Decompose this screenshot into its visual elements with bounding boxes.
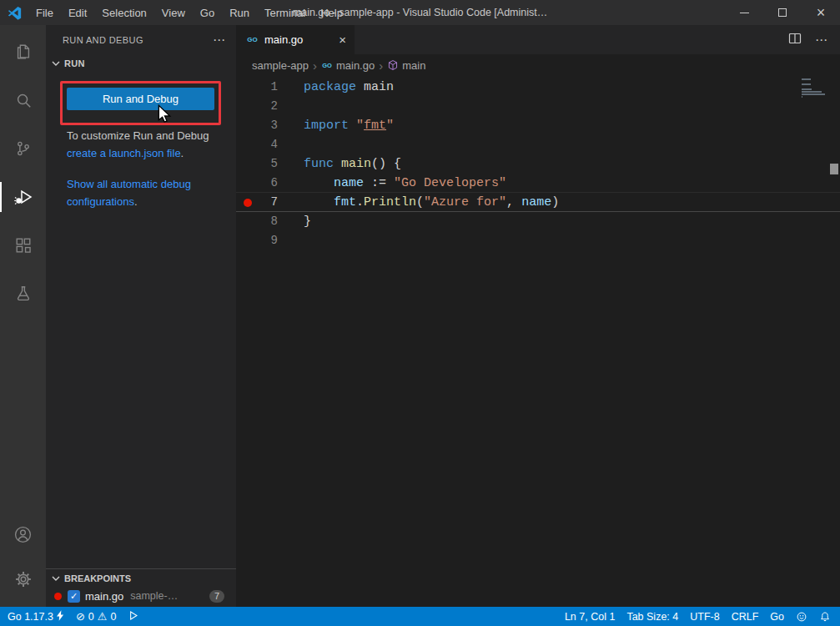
split-editor-icon[interactable] (788, 32, 802, 48)
code-line: 7 fmt.Println("Azure for", name) (236, 193, 840, 212)
close-button[interactable]: × (802, 0, 840, 25)
minimap-line (802, 78, 811, 80)
breakpoint-gutter[interactable] (236, 135, 259, 154)
tab-size-status[interactable]: Tab Size: 4 (621, 607, 684, 626)
code-lines: 1package main23import "fmt"45func main()… (236, 78, 840, 250)
code-text (278, 97, 304, 116)
code-text: func main() { (278, 154, 401, 174)
language-mode-status[interactable]: Go (764, 607, 790, 626)
code-line: 6 name := "Go Developers" (236, 174, 840, 193)
notifications-bell-icon[interactable] (813, 607, 840, 626)
code-editor[interactable]: 1package main23import "fmt"45func main()… (236, 76, 840, 607)
run-and-debug-icon[interactable] (0, 177, 46, 217)
line-number[interactable]: 4 (259, 135, 278, 154)
code-line: 8} (236, 212, 840, 231)
minimap-line (802, 88, 812, 90)
tab-main-go[interactable]: GO main.go × (236, 25, 355, 54)
extensions-icon[interactable] (0, 225, 46, 265)
search-icon[interactable] (0, 80, 46, 120)
breakpoint-checkbox[interactable]: ✓ (68, 590, 80, 603)
encoding-status[interactable]: UTF-8 (684, 607, 725, 626)
chevron-down-icon (49, 57, 63, 70)
settings-gear-icon[interactable] (0, 559, 46, 599)
minimap[interactable] (802, 78, 827, 101)
menu-selection[interactable]: Selection (94, 0, 153, 25)
line-number[interactable]: 2 (259, 97, 278, 116)
breakpoints-header[interactable]: BREAKPOINTS (46, 568, 236, 587)
tab-close-icon[interactable]: × (339, 33, 346, 46)
code-token: () { (371, 157, 401, 171)
accounts-icon[interactable] (0, 514, 46, 554)
run-debug-status-icon[interactable] (122, 607, 144, 626)
line-number[interactable]: 5 (259, 154, 278, 174)
title-bar: FileEditSelectionViewGoRunTerminalHelp m… (0, 0, 840, 25)
more-actions-icon[interactable]: ⋯ (213, 33, 226, 48)
code-token: name (521, 195, 551, 210)
minimap-line (802, 93, 825, 95)
breakpoint-gutter[interactable] (236, 97, 259, 116)
code-text (278, 135, 304, 154)
editor-more-actions-icon[interactable]: ⋯ (815, 33, 828, 48)
line-number[interactable]: 9 (259, 231, 278, 250)
customize-hint-text: To customize Run and Debug create a laun… (67, 127, 214, 162)
code-text: import "fmt" (278, 116, 394, 135)
line-number[interactable]: 3 (259, 116, 278, 135)
code-token: , (506, 195, 521, 210)
minimap-line (802, 96, 802, 98)
line-number[interactable]: 8 (259, 212, 278, 231)
run-and-debug-panel: RUN AND DEBUG ⋯ RUN Run and Debug To cus… (46, 25, 236, 607)
run-section-header[interactable]: RUN (46, 54, 236, 73)
breakpoint-folder: sample-… (130, 590, 178, 602)
play-icon (128, 610, 138, 623)
menu-view[interactable]: View (154, 0, 193, 25)
breadcrumb-item-main[interactable]: main (387, 59, 425, 72)
breakpoint-gutter[interactable] (236, 78, 259, 97)
breakpoint-gutter[interactable] (236, 193, 259, 212)
show-all-configurations-link[interactable]: Show all automatic debug configurations (67, 178, 191, 208)
menu-edit[interactable]: Edit (61, 0, 94, 25)
minimize-button[interactable] (725, 0, 763, 25)
code-token: fmt (364, 119, 386, 133)
breakpoint-gutter[interactable] (236, 212, 259, 231)
code-text: package main (278, 78, 394, 97)
breakpoint-list-item[interactable]: ✓ main.go sample-… 7 (46, 587, 236, 607)
minimize-icon (740, 13, 749, 13)
breakpoint-gutter[interactable] (236, 231, 259, 250)
breadcrumb-item-sample-app[interactable]: sample-app (252, 59, 309, 72)
testing-icon[interactable] (0, 274, 46, 314)
status-bar: Go 1.17.3 ⊘ 0 ⚠ 0 Ln 7, Col 1 Tab Size: … (0, 607, 840, 626)
problems-status[interactable]: ⊘ 0 ⚠ 0 (70, 607, 122, 626)
code-token: ) (551, 195, 559, 210)
cursor-position-status[interactable]: Ln 7, Col 1 (557, 607, 621, 626)
breadcrumb-separator-icon: › (313, 58, 317, 73)
breakpoint-gutter[interactable] (236, 154, 259, 174)
go-version-status[interactable]: Go 1.17.3 (0, 607, 70, 626)
chevron-down-icon (49, 572, 63, 585)
breakpoint-gutter[interactable] (236, 116, 259, 135)
line-number[interactable]: 6 (259, 174, 278, 193)
breakpoints-section: BREAKPOINTS ✓ main.go sample-… 7 (46, 568, 236, 607)
panel-title: RUN AND DEBUG (63, 35, 143, 45)
explorer-icon[interactable] (0, 32, 46, 72)
code-token: "Azure for" (424, 195, 506, 210)
create-a-link[interactable]: create a (67, 147, 106, 159)
maximize-icon (778, 8, 787, 17)
menu-run[interactable]: Run (222, 0, 257, 25)
minimap-line (802, 83, 811, 85)
run-and-debug-button[interactable]: Run and Debug (67, 88, 214, 110)
launch-json-link[interactable]: launch.json file (109, 147, 181, 159)
line-number[interactable]: 1 (259, 78, 278, 97)
line-number[interactable]: 7 (259, 193, 278, 212)
eol-status[interactable]: CRLF (726, 607, 765, 626)
breakpoint-gutter[interactable] (236, 174, 259, 193)
close-icon: × (817, 5, 826, 20)
menu-file[interactable]: File (28, 0, 61, 25)
scrollbar-thumb[interactable] (830, 164, 838, 174)
breadcrumb-item-main-go[interactable]: GOmain.go (321, 59, 375, 72)
source-control-icon[interactable] (0, 129, 46, 169)
run-section-label: RUN (64, 58, 85, 68)
menu-go[interactable]: Go (193, 0, 222, 25)
code-token: ( (416, 195, 424, 210)
maximize-button[interactable] (763, 0, 802, 25)
feedback-icon[interactable] (790, 607, 813, 626)
